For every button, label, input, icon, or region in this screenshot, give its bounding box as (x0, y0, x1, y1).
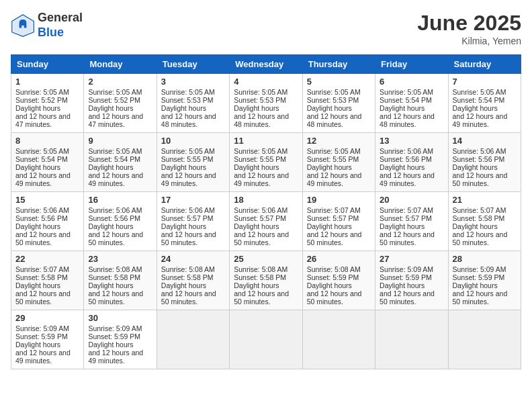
col-friday: Friday (375, 55, 448, 74)
day-number: 19 (307, 195, 371, 205)
table-row: 21 Sunrise: 5:07 AM Sunset: 5:58 PM Dayl… (448, 192, 521, 251)
sunset-text: Sunset: 5:58 PM (234, 273, 286, 281)
daylight-label: Daylight hours (453, 163, 498, 171)
sunset-text: Sunset: 5:53 PM (307, 96, 359, 104)
day-number: 11 (234, 136, 298, 146)
day-number: 7 (453, 77, 517, 87)
daylight-label: Daylight hours (161, 222, 206, 230)
sunrise-text: Sunrise: 5:06 AM (453, 147, 506, 155)
table-row: 28 Sunrise: 5:09 AM Sunset: 5:59 PM Dayl… (448, 251, 521, 310)
day-number: 26 (307, 254, 371, 264)
sunset-text: Sunset: 5:56 PM (380, 155, 432, 163)
day-number: 3 (161, 77, 225, 87)
daylight-label: Daylight hours (88, 222, 133, 230)
calendar-week-row: 15 Sunrise: 5:06 AM Sunset: 5:56 PM Dayl… (11, 192, 521, 251)
logo-icon (11, 13, 35, 38)
daylight-duration: and 12 hours and 49 minutes. (234, 171, 289, 187)
daylight-label: Daylight hours (307, 222, 352, 230)
table-row: 9 Sunrise: 5:05 AM Sunset: 5:54 PM Dayli… (84, 133, 157, 192)
sunrise-text: Sunrise: 5:05 AM (380, 88, 433, 96)
sunset-text: Sunset: 5:55 PM (234, 155, 286, 163)
sunrise-text: Sunrise: 5:09 AM (15, 324, 69, 332)
daylight-label: Daylight hours (453, 104, 498, 112)
daylight-label: Daylight hours (307, 281, 352, 289)
day-number: 25 (234, 254, 298, 264)
table-row: 1 Sunrise: 5:05 AM Sunset: 5:52 PM Dayli… (11, 74, 84, 133)
sunrise-text: Sunrise: 5:05 AM (161, 147, 215, 155)
table-row: 4 Sunrise: 5:05 AM Sunset: 5:53 PM Dayli… (230, 74, 302, 133)
day-number: 24 (161, 254, 225, 264)
sunset-text: Sunset: 5:53 PM (161, 96, 214, 104)
table-row (375, 310, 448, 369)
day-number: 30 (88, 313, 152, 323)
daylight-duration: and 12 hours and 50 minutes. (234, 289, 289, 306)
daylight-duration: and 12 hours and 50 minutes. (380, 289, 435, 306)
day-number: 28 (453, 254, 517, 264)
daylight-label: Daylight hours (234, 163, 279, 171)
sunset-text: Sunset: 5:56 PM (15, 214, 68, 222)
day-number: 8 (15, 136, 79, 146)
daylight-duration: and 12 hours and 47 minutes. (88, 112, 143, 128)
table-row: 12 Sunrise: 5:05 AM Sunset: 5:55 PM Dayl… (302, 133, 375, 192)
day-number: 5 (307, 77, 371, 87)
daylight-label: Daylight hours (307, 104, 352, 112)
calendar-week-row: 1 Sunrise: 5:05 AM Sunset: 5:52 PM Dayli… (11, 74, 521, 133)
sunset-text: Sunset: 5:54 PM (15, 155, 68, 163)
table-row: 19 Sunrise: 5:07 AM Sunset: 5:57 PM Dayl… (302, 192, 375, 251)
daylight-label: Daylight hours (453, 281, 498, 289)
logo-general-text: General (38, 11, 83, 24)
sunrise-text: Sunrise: 5:05 AM (234, 88, 287, 96)
sunrise-text: Sunrise: 5:08 AM (161, 265, 215, 273)
sunrise-text: Sunrise: 5:05 AM (307, 147, 361, 155)
sunset-text: Sunset: 5:58 PM (453, 214, 505, 222)
sunset-text: Sunset: 5:54 PM (380, 96, 432, 104)
table-row (230, 310, 302, 369)
day-number: 16 (88, 195, 152, 205)
sunrise-text: Sunrise: 5:09 AM (88, 324, 142, 332)
daylight-duration: and 12 hours and 50 minutes. (15, 230, 71, 246)
daylight-duration: and 12 hours and 48 minutes. (161, 112, 216, 128)
daylight-duration: and 12 hours and 50 minutes. (15, 289, 71, 306)
daylight-duration: and 12 hours and 50 minutes. (380, 230, 435, 246)
daylight-label: Daylight hours (234, 222, 279, 230)
month-year-title: June 2025 (417, 11, 521, 36)
day-number: 23 (88, 254, 152, 264)
day-number: 20 (380, 195, 443, 205)
daylight-duration: and 12 hours and 48 minutes. (307, 112, 362, 128)
table-row: 20 Sunrise: 5:07 AM Sunset: 5:57 PM Dayl… (375, 192, 448, 251)
day-number: 9 (88, 136, 152, 146)
table-row: 13 Sunrise: 5:06 AM Sunset: 5:56 PM Dayl… (375, 133, 448, 192)
daylight-duration: and 12 hours and 50 minutes. (453, 230, 508, 246)
sunrise-text: Sunrise: 5:05 AM (15, 88, 69, 96)
sunrise-text: Sunrise: 5:07 AM (307, 206, 361, 214)
calendar-table: Sunday Monday Tuesday Wednesday Thursday… (11, 54, 521, 369)
daylight-duration: and 12 hours and 48 minutes. (380, 112, 435, 128)
table-row: 10 Sunrise: 5:05 AM Sunset: 5:55 PM Dayl… (157, 133, 229, 192)
sunset-text: Sunset: 5:58 PM (15, 273, 68, 281)
sunset-text: Sunset: 5:52 PM (88, 96, 140, 104)
table-row: 17 Sunrise: 5:06 AM Sunset: 5:57 PM Dayl… (157, 192, 229, 251)
daylight-duration: and 12 hours and 49 minutes. (380, 171, 435, 187)
sunrise-text: Sunrise: 5:08 AM (307, 265, 361, 273)
day-number: 2 (88, 77, 152, 87)
table-row: 25 Sunrise: 5:08 AM Sunset: 5:58 PM Dayl… (230, 251, 302, 310)
sunrise-text: Sunrise: 5:06 AM (88, 206, 142, 214)
sunrise-text: Sunrise: 5:07 AM (453, 206, 506, 214)
calendar-week-row: 8 Sunrise: 5:05 AM Sunset: 5:54 PM Dayli… (11, 133, 521, 192)
daylight-label: Daylight hours (15, 104, 60, 112)
table-row (448, 310, 521, 369)
col-tuesday: Tuesday (157, 55, 229, 74)
day-number: 1 (15, 77, 79, 87)
sunrise-text: Sunrise: 5:05 AM (15, 147, 69, 155)
sunset-text: Sunset: 5:58 PM (161, 273, 214, 281)
calendar-week-row: 22 Sunrise: 5:07 AM Sunset: 5:58 PM Dayl… (11, 251, 521, 310)
sunrise-text: Sunrise: 5:06 AM (161, 206, 215, 214)
daylight-duration: and 12 hours and 50 minutes. (161, 230, 216, 246)
table-row: 30 Sunrise: 5:09 AM Sunset: 5:59 PM Dayl… (84, 310, 157, 369)
table-row: 16 Sunrise: 5:06 AM Sunset: 5:56 PM Dayl… (84, 192, 157, 251)
daylight-label: Daylight hours (161, 104, 206, 112)
sunrise-text: Sunrise: 5:06 AM (380, 147, 433, 155)
sunrise-text: Sunrise: 5:08 AM (88, 265, 142, 273)
daylight-duration: and 12 hours and 50 minutes. (88, 289, 143, 306)
day-number: 14 (453, 136, 517, 146)
